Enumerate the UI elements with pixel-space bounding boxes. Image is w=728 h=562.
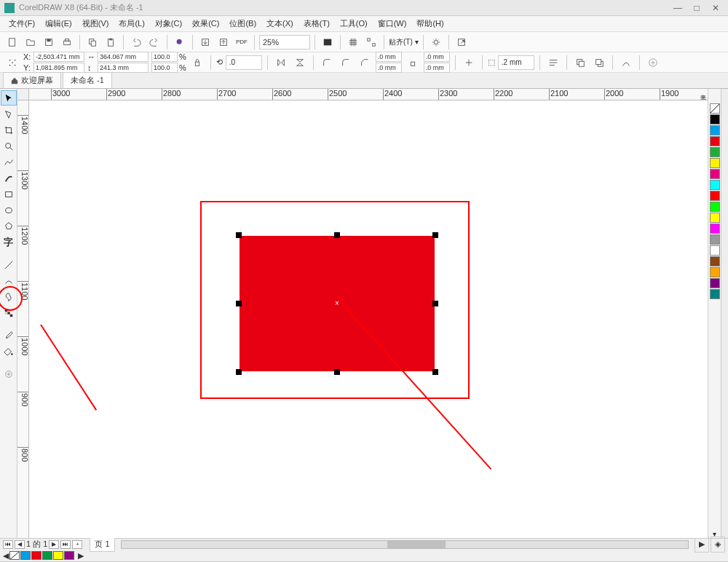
menu-table[interactable]: 表格(T) — [299, 17, 334, 31]
menu-window[interactable]: 窗口(W) — [373, 17, 411, 31]
freehand-tool[interactable] — [1, 154, 17, 170]
swatch[interactable] — [710, 256, 720, 266]
menu-bitmap[interactable]: 位图(B) — [225, 17, 261, 31]
menu-text[interactable]: 文本(X) — [262, 17, 298, 31]
corner-lock-button[interactable] — [405, 55, 421, 71]
menu-file[interactable]: 文件(F) — [4, 17, 39, 31]
relative-corner-button[interactable] — [461, 55, 477, 71]
close-button[interactable]: ✕ — [708, 2, 724, 14]
swatch[interactable] — [710, 234, 720, 245]
height-input[interactable] — [98, 63, 149, 73]
search-button[interactable] — [172, 34, 188, 50]
pick-tool[interactable] — [1, 90, 17, 106]
wrap-text-button[interactable] — [545, 55, 561, 71]
swatch[interactable] — [710, 180, 720, 190]
text-tool[interactable]: 字 — [1, 234, 17, 250]
corner-scallop-button[interactable] — [338, 55, 354, 71]
copy-button[interactable] — [84, 34, 100, 50]
options-button[interactable] — [428, 34, 444, 50]
undo-button[interactable] — [128, 34, 144, 50]
maximize-button[interactable]: □ — [689, 2, 705, 14]
fill-tool[interactable] — [1, 344, 17, 359]
palette-prev[interactable]: ◀ — [3, 551, 9, 561]
handle-s[interactable] — [334, 369, 340, 375]
menu-tools[interactable]: 工具(O) — [336, 17, 372, 31]
page-prev[interactable]: ◀ — [15, 540, 25, 549]
artistic-media-tool[interactable] — [1, 170, 17, 186]
polygon-tool[interactable] — [1, 218, 17, 234]
canvas[interactable]: × — [29, 100, 708, 538]
swatch[interactable] — [64, 551, 74, 560]
menu-layout[interactable]: 布局(L) — [114, 17, 149, 31]
corner2-input[interactable] — [376, 63, 402, 73]
page-last[interactable]: ⏭ — [60, 540, 71, 549]
smudge-tool[interactable] — [1, 289, 17, 304]
zoom-tool[interactable] — [1, 138, 17, 154]
swatch[interactable] — [710, 278, 720, 288]
tab-document[interactable]: 未命名 -1 — [63, 72, 112, 88]
zoom-input[interactable] — [259, 35, 310, 50]
page-tab[interactable]: 页 1 — [90, 537, 114, 552]
menu-help[interactable]: 帮助(H) — [412, 17, 448, 31]
outline-input[interactable] — [498, 55, 534, 70]
swatch[interactable] — [710, 213, 720, 223]
pdf-button[interactable]: PDF — [234, 34, 250, 50]
shape-tool[interactable] — [1, 106, 17, 122]
scaley-input[interactable] — [151, 63, 178, 73]
page-add[interactable]: + — [72, 540, 82, 549]
export-button[interactable] — [215, 34, 232, 50]
print-button[interactable] — [59, 34, 75, 50]
swatch[interactable] — [710, 136, 720, 146]
to-front-button[interactable] — [572, 55, 588, 71]
mirror-v-button[interactable] — [292, 55, 308, 71]
swatch[interactable] — [710, 223, 720, 234]
handle-w[interactable] — [236, 301, 242, 306]
docker-panel[interactable] — [721, 89, 728, 538]
handle-ne[interactable] — [432, 232, 438, 238]
swatch[interactable] — [710, 289, 720, 299]
swatch[interactable] — [42, 551, 52, 560]
swatch[interactable] — [710, 114, 720, 124]
handle-sw[interactable] — [236, 369, 242, 375]
snap-guides-button[interactable] — [363, 34, 379, 50]
swatch[interactable] — [710, 169, 720, 179]
save-button[interactable] — [41, 34, 57, 50]
minimize-button[interactable]: — — [670, 2, 686, 14]
handle-e[interactable] — [432, 301, 438, 306]
open-button[interactable] — [23, 34, 39, 50]
swatch[interactable] — [710, 125, 720, 135]
redo-button[interactable] — [146, 34, 162, 50]
ruler-horizontal[interactable]: 3000 2900 2800 2700 2600 2500 2400 2300 … — [29, 89, 708, 100]
scroll-right[interactable]: ▶ — [695, 537, 709, 553]
angle-input[interactable] — [226, 55, 262, 70]
tab-welcome[interactable]: 欢迎屏幕 — [3, 72, 61, 88]
swatch[interactable] — [710, 202, 720, 212]
swatch[interactable] — [53, 551, 63, 560]
expand-toolbox[interactable] — [1, 366, 17, 381]
to-back-button[interactable] — [591, 55, 607, 71]
transparency-tool[interactable] — [1, 305, 17, 320]
corner-chamfer-button[interactable] — [357, 55, 373, 71]
swatch[interactable] — [710, 158, 720, 168]
lock-ratio-button[interactable] — [189, 55, 205, 71]
swatch[interactable] — [710, 245, 720, 256]
ellipse-tool[interactable] — [1, 202, 17, 218]
dimension-tool[interactable] — [1, 257, 17, 272]
scalex-input[interactable] — [151, 52, 178, 62]
palette-next[interactable]: ▶ — [78, 551, 84, 561]
convert-curves-button[interactable] — [618, 55, 634, 71]
crop-tool[interactable] — [1, 122, 17, 138]
swatch[interactable] — [31, 551, 41, 560]
menu-edit[interactable]: 编辑(E) — [41, 17, 76, 31]
swatch[interactable] — [20, 551, 31, 560]
mirror-h-button[interactable] — [273, 55, 289, 71]
navigator-button[interactable]: ◈ — [711, 537, 725, 553]
eyedropper-tool[interactable] — [1, 328, 17, 343]
page-first[interactable]: ⏮ — [3, 540, 13, 549]
swatch-none[interactable] — [9, 551, 20, 560]
new-button[interactable] — [4, 34, 20, 50]
x-input[interactable] — [33, 52, 84, 62]
connector-tool[interactable] — [1, 273, 17, 288]
menu-object[interactable]: 对象(C) — [151, 17, 186, 31]
swatch[interactable] — [710, 191, 720, 201]
